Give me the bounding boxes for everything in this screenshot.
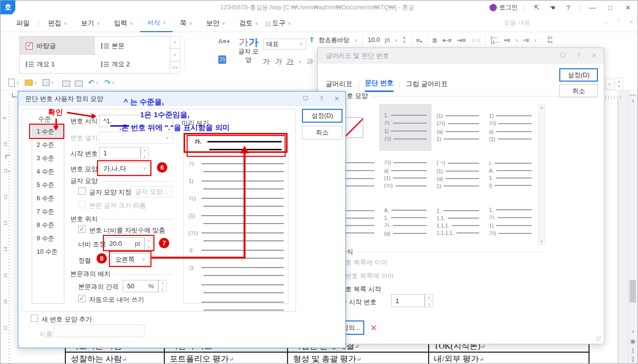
start-number-input[interactable]: 1 [99, 147, 141, 159]
auto-outdent-checkbox[interactable]: ✓ [78, 295, 86, 302]
find-input[interactable]: 찾을 내용 [504, 19, 588, 27]
charshape-checkbox[interactable]: ✓ [78, 187, 86, 195]
body-gap-input[interactable]: 50% [123, 280, 158, 292]
print-icon[interactable] [62, 81, 70, 87]
size-stepper-remnant[interactable]: ∧∨ [615, 78, 623, 91]
level-item-1 수준[interactable]: 1 수준 [32, 125, 64, 138]
page-view-icon[interactable]: ▣ [629, 338, 637, 345]
multi-level-list-icon[interactable]: 1≡+≡ [547, 36, 553, 45]
grid-scrollbar[interactable]: ∧ ∨ [538, 104, 545, 245]
resize-grip[interactable] [596, 336, 602, 342]
number-shape-cell-8[interactable]: I.A.1.i) [484, 151, 537, 198]
indent-decrease-icon[interactable]: ⇤≡ [442, 37, 452, 44]
font-size-input[interactable]: 10.0 [368, 37, 380, 44]
minimize-button[interactable]: — [587, 4, 598, 11]
width-adjust-input[interactable]: 20.0pt [105, 237, 145, 250]
indent-increase-icon[interactable]: ⇥≡ [457, 37, 466, 44]
menu-item-편집[interactable]: 편집∨ [41, 14, 74, 32]
number-shape-cell-10[interactable]: A.1.가.(a) [379, 198, 432, 245]
body-gap-stepper[interactable]: ∧∨ [158, 280, 167, 292]
menu-item-보기[interactable]: 보기∨ [74, 14, 107, 32]
line-number-icon[interactable]: 1—11— [491, 36, 499, 45]
level-item-4 수준[interactable]: 4 수준 [32, 165, 64, 179]
split-handle[interactable] [630, 94, 636, 95]
align-left-icon[interactable]: ≡◂ [416, 37, 422, 44]
level-item-6 수준[interactable]: 6 수준 [32, 192, 64, 205]
number-shape-cell-4[interactable]: 1)가)a)(1) [484, 104, 537, 151]
find-close-icon[interactable]: ✕ [629, 19, 634, 25]
comment-icon[interactable]: 🗨 [302, 95, 309, 102]
hand-pointer-icon[interactable]: ☚ [548, 4, 557, 11]
gallery-style-개요 1[interactable]: 개요 1 [20, 55, 95, 73]
close-button[interactable]: ✕ [623, 4, 634, 11]
delete-shape-icon[interactable]: ✕ [367, 321, 380, 334]
login-button[interactable]: 로그인 [490, 3, 518, 12]
char-outline-button[interactable]: 과 [306, 57, 313, 66]
next-page-icon[interactable]: ∨∨ [629, 356, 637, 364]
undo-icon[interactable]: ↶ [88, 78, 95, 87]
maximize-button[interactable]: □ [605, 4, 616, 11]
menu-item-서식[interactable]: 서식∨ [140, 14, 173, 32]
prev-page-icon[interactable]: ∧∧ [629, 348, 637, 355]
confirm-button[interactable]: 설정(D) [302, 109, 343, 123]
numbered-list-icon[interactable]: •≡ [523, 37, 529, 44]
gallery-scroll-up[interactable]: ∧ [170, 36, 180, 48]
tab-그림 글머리표[interactable]: 그림 글머리표 [406, 80, 448, 91]
char-style-caret[interactable]: ∨ [298, 60, 301, 64]
find-next-icon[interactable]: ⌃ [617, 19, 621, 25]
number-shape-combo[interactable]: 가,나,다∨ [99, 162, 150, 175]
scroll-down-icon[interactable]: ∨ [629, 328, 637, 335]
cancel-button[interactable]: 취소 [302, 126, 343, 139]
help-icon[interactable]: ? [564, 4, 573, 11]
number-shape-cell-7[interactable]: (ㄱ)(1)(a)1) [432, 151, 484, 198]
charshape-button[interactable]: 가가 글자 모양 [237, 37, 260, 64]
level-item-9 수준[interactable]: 9 수준 [32, 232, 64, 245]
char-underline-button[interactable]: 가 [287, 57, 294, 66]
vertical-ruler[interactable]: 91011121314151617 [3, 99, 10, 364]
fit-width-checkbox[interactable]: ✓ [78, 226, 86, 233]
dialog-close-icon[interactable]: ✕ [591, 52, 597, 59]
scroll-thumb[interactable] [630, 280, 636, 303]
align-combo[interactable]: 오른쪽∨ [111, 253, 149, 266]
dialog-help-icon[interactable]: ? [320, 95, 323, 102]
horizontal-ruler[interactable] [605, 95, 622, 99]
number-shape-cell-2[interactable]: 1.가.1)가) [379, 104, 432, 151]
redo-icon[interactable]: ↷ [104, 78, 110, 87]
menu-item-쪽[interactable]: 쪽∨ [173, 14, 199, 32]
number-shape-cell-6[interactable]: 가)a)(1)(가) [379, 151, 432, 198]
width-adjust-stepper[interactable]: ∧∨ [145, 237, 153, 250]
justify-icon[interactable]: ≣ [432, 37, 438, 44]
dialog-close-icon[interactable]: ✕ [334, 95, 340, 102]
print-preview-icon[interactable] [75, 81, 83, 87]
grid-scroll-up-icon[interactable]: ∧ [540, 105, 543, 110]
number-shape-cell-3[interactable]: (1)(가)(a)1) [432, 104, 484, 151]
gallery-style-개요 2[interactable]: 개요 2 [95, 55, 170, 73]
start-number-stepper[interactable]: ∧∨ [141, 147, 149, 159]
level-item-5 수준[interactable]: 5 수준 [32, 179, 64, 192]
char-italic-button[interactable]: 가 [275, 57, 282, 66]
number-shape-cell-11[interactable]: 1.1.1.1.1.1.1.1.1.1. [432, 198, 484, 245]
menu-item-검토[interactable]: 검토∨ [232, 14, 265, 32]
dialog-help-icon[interactable]: ? [577, 52, 581, 59]
level-item-10 수준[interactable]: 10 수준 [32, 245, 64, 259]
new-document-icon[interactable] [8, 79, 15, 87]
menu-item-파일[interactable]: 파일 [9, 14, 37, 32]
tab-글머리표[interactable]: 글머리표 [326, 80, 352, 91]
rep-style-combo[interactable]: 대표∨ [263, 39, 306, 49]
add-style-icon[interactable]: A≡+ [218, 38, 230, 45]
style-shape-icon[interactable]: 가 [218, 55, 226, 64]
confirm-button[interactable]: 설정(D) [559, 68, 598, 82]
margin-marker-top-icon[interactable] [5, 155, 10, 159]
comment-icon[interactable]: 🗨 [560, 52, 566, 59]
number-shape-cell-12[interactable]: 1.가.1)가) [484, 198, 537, 245]
expand-icon[interactable]: ⇱ [532, 4, 541, 11]
level-item-7 수준[interactable]: 7 수준 [32, 205, 64, 219]
new-shape-checkbox[interactable]: ✓ [31, 315, 38, 322]
start-number-input[interactable]: 1 [391, 294, 425, 307]
level-item-3 수준[interactable]: 3 수준 [32, 152, 64, 165]
gallery-expand[interactable]: ∨∨ [170, 61, 180, 74]
menu-item-입력[interactable]: 입력∨ [107, 14, 140, 32]
bullet-list-icon[interactable]: •≡ [504, 37, 510, 44]
scroll-up-icon[interactable]: ∧ [629, 97, 637, 105]
grid-scroll-down-icon[interactable]: ∨ [540, 239, 543, 244]
